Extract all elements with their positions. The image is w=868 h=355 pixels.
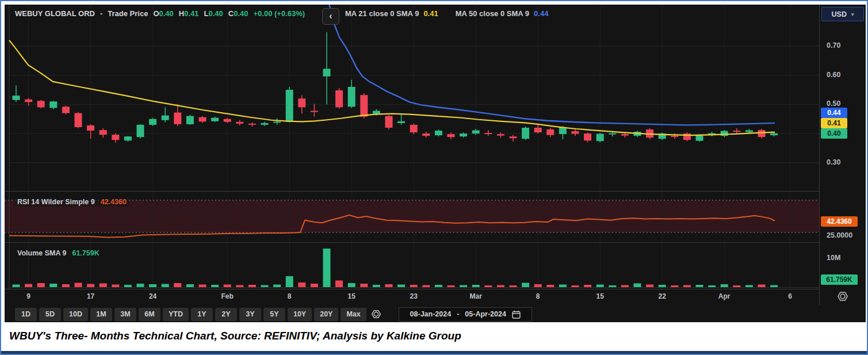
time-axis-tick: 15: [588, 292, 611, 300]
volume-bar: [621, 285, 629, 288]
volume-bar: [385, 284, 393, 287]
volume-bar: [472, 285, 480, 287]
candle-body: [385, 116, 393, 128]
volume-bar: [87, 284, 94, 288]
currency-selector[interactable]: USD ▾: [821, 7, 864, 21]
range-button-6m[interactable]: 6M: [139, 308, 160, 321]
candle-body: [745, 131, 753, 132]
candle-body: [211, 118, 219, 121]
volume-bar: [137, 284, 144, 287]
candle-body: [162, 116, 169, 120]
volume-bar: [584, 285, 591, 287]
date-range-picker[interactable]: 08-Jan-2024 - 05-Apr-2024: [399, 307, 532, 322]
time-axis-tick: 8: [278, 292, 301, 300]
volume-bar: [75, 283, 82, 288]
range-button-1d[interactable]: 1D: [15, 308, 37, 321]
volume-chart[interactable]: [5, 243, 819, 289]
price-panel[interactable]: [5, 5, 819, 191]
volume-bar: [236, 285, 243, 288]
toolbar: 1D5D10D1M3M6MYTD1Y2Y3Y5Y10Y20YMax 08-Jan…: [5, 306, 866, 322]
volume-bar: [683, 285, 691, 288]
volume-bar: [124, 285, 132, 287]
candle-body: [360, 95, 368, 117]
volume-bar: [49, 284, 57, 287]
range-button-10d[interactable]: 10D: [63, 308, 88, 321]
volume-bar: [596, 285, 604, 288]
rsi-legend: RSI 14 Wilder Simple 9 42.4360: [15, 197, 129, 207]
range-button-ytd[interactable]: YTD: [163, 308, 189, 321]
candle-body: [472, 131, 480, 134]
rsi-lower-band-label: 25.0000: [827, 231, 861, 239]
range-button-10y[interactable]: 10Y: [288, 308, 312, 321]
volume-bar: [510, 285, 517, 287]
volume-bar: [634, 284, 641, 288]
volume-bar: [435, 285, 442, 287]
candle-body: [422, 133, 430, 136]
price-chart[interactable]: [5, 5, 819, 191]
ma50-label: MA 50 close 0 SMA 9: [456, 9, 529, 18]
volume-bar: [37, 283, 45, 287]
range-button-5y[interactable]: 5Y: [263, 308, 285, 321]
time-axis-tick: Feb: [216, 292, 239, 300]
range-button-5d[interactable]: 5D: [39, 308, 61, 321]
price-axis-column[interactable]: USD ▾ 42.4360 25.0000 10M 61.759K 0.700.…: [819, 5, 866, 305]
rsi-label: RSI 14 Wilder Simple 9: [17, 198, 95, 206]
candle-body: [75, 113, 82, 127]
candle-body: [522, 128, 529, 139]
price-badge: 0.41: [821, 118, 847, 128]
volume-bar: [460, 285, 467, 288]
volume-panel[interactable]: [5, 243, 819, 289]
caption-text: WBUY's Three- Months Technical Chart, So…: [1, 322, 867, 351]
range-button-3m[interactable]: 3M: [114, 308, 136, 321]
volume-bar: [100, 284, 107, 288]
candle-body: [248, 124, 256, 125]
range-button-3y[interactable]: 3Y: [239, 308, 261, 321]
chart-settings-gear-icon[interactable]: [371, 309, 381, 319]
time-axis-tick: 23: [402, 292, 425, 300]
volume-bar: [410, 285, 418, 287]
volume-bar: [186, 284, 194, 287]
volume-bar: [25, 284, 32, 288]
candle-body: [149, 119, 156, 125]
volume-bar: [572, 285, 579, 287]
volume-bar: [671, 285, 678, 287]
collapse-legend-button[interactable]: ‹: [322, 8, 339, 25]
volume-bar: [286, 276, 293, 287]
volume-bar: [484, 285, 492, 287]
candle-body: [224, 119, 231, 122]
time-axis-tick: Apr: [713, 292, 736, 300]
volume-bar: [397, 285, 405, 288]
candle-body: [497, 134, 504, 136]
price-axis-label: 0.70: [827, 41, 861, 49]
range-button-2y[interactable]: 2Y: [215, 308, 237, 321]
range-button-1m[interactable]: 1M: [90, 308, 112, 321]
price-axis-label: 0.50: [827, 100, 861, 108]
range-button-20y[interactable]: 20Y: [314, 308, 338, 321]
candle-body: [460, 133, 467, 136]
candle-body: [335, 90, 343, 107]
volume-bar: [211, 285, 219, 287]
series-name: Trade Price: [108, 9, 148, 18]
date-end: 05-Apr-2024: [465, 310, 506, 318]
time-axis-tick: Mar: [464, 292, 487, 300]
symbol-title: WEBUY GLOBAL ORD: [15, 9, 95, 18]
chevron-down-icon: ▾: [851, 12, 854, 17]
price-axis-label: 0.60: [827, 71, 861, 79]
volume-sma-badge: 61.759K: [821, 274, 858, 285]
volume-bar: [323, 249, 331, 287]
candle-body: [236, 122, 243, 124]
volume-bar: [721, 284, 728, 287]
candle-body: [435, 131, 442, 135]
time-axis-tick: 24: [142, 292, 165, 300]
ohlc-high: H0.41: [179, 9, 199, 18]
volume-bar: [373, 285, 380, 287]
volume-scale-label: 10M: [827, 254, 861, 262]
volume-value: 61.759K: [72, 249, 99, 257]
range-button-max[interactable]: Max: [341, 308, 366, 321]
volume-bar: [659, 285, 666, 287]
title-separator: -: [100, 9, 102, 18]
axis-settings-gear-icon[interactable]: [837, 291, 848, 302]
ma21-value: 0.41: [423, 9, 438, 18]
range-button-1y[interactable]: 1Y: [191, 308, 213, 321]
time-axis[interactable]: 91724Feb81523Mar81522Apr6: [5, 289, 819, 305]
